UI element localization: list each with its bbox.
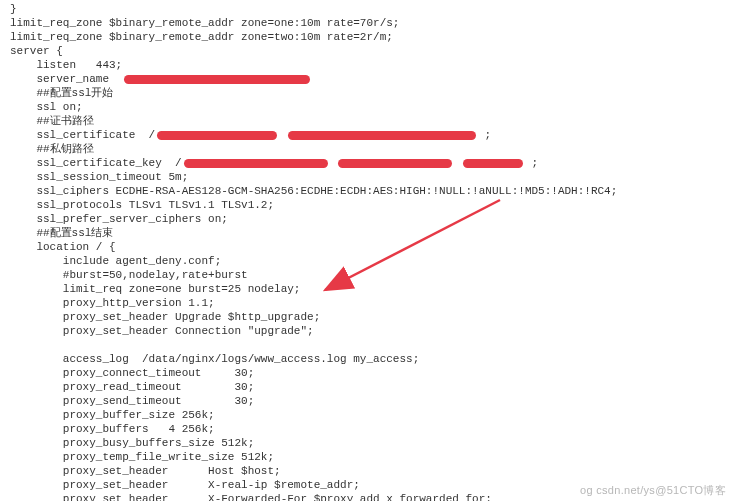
code-text: limit_req_zone $binary_remote_addr zone=… <box>10 31 393 43</box>
code-text: proxy_set_header Upgrade $http_upgrade; <box>10 311 320 323</box>
code-text: access_log /data/nginx/logs/www_access.l… <box>10 353 419 365</box>
code-line: proxy_connect_timeout 30; <box>10 366 730 380</box>
code-line: proxy_set_header Connection "upgrade"; <box>10 324 730 338</box>
code-line: #burst=50,nodelay,rate+burst <box>10 268 730 282</box>
code-text: ssl_certificate / <box>10 129 155 141</box>
code-text: proxy_buffer_size 256k; <box>10 409 215 421</box>
code-text: ##私钥路径 <box>10 143 94 155</box>
code-text: ssl_prefer_server_ciphers on; <box>10 213 228 225</box>
redaction-mark <box>338 159 452 168</box>
watermark-right: @51CTO博客 <box>655 484 726 496</box>
code-text: proxy_busy_buffers_size 512k; <box>10 437 254 449</box>
code-text: ssl on; <box>10 101 83 113</box>
code-text: proxy_set_header X-real-ip $remote_addr; <box>10 479 360 491</box>
code-line: ssl_certificate_key / ; <box>10 156 730 170</box>
code-text: include agent_deny.conf; <box>10 255 221 267</box>
code-line: server_name <box>10 72 730 86</box>
code-line: ##配置ssl开始 <box>10 86 730 100</box>
code-line: ssl_certificate / ; <box>10 128 730 142</box>
code-line: ##配置ssl结束 <box>10 226 730 240</box>
watermark: og csdn.net/ys@51CTO博客 <box>580 483 726 497</box>
code-text: proxy_set_header X-Forwarded-For $proxy_… <box>10 493 492 501</box>
code-line: server { <box>10 44 730 58</box>
code-text: ssl_protocols TLSv1 TLSv1.1 TLSv1.2; <box>10 199 274 211</box>
redaction-mark <box>157 131 277 140</box>
code-line: proxy_set_header Upgrade $http_upgrade; <box>10 310 730 324</box>
code-text: limit_req zone=one burst=25 nodelay; <box>10 283 300 295</box>
redaction-mark <box>184 159 328 168</box>
code-text: listen 443; <box>10 59 122 71</box>
code-text: proxy_read_timeout 30; <box>10 381 254 393</box>
code-line: proxy_temp_file_write_size 512k; <box>10 450 730 464</box>
code-line: proxy_send_timeout 30; <box>10 394 730 408</box>
code-text: } <box>10 3 17 15</box>
code-text: proxy_temp_file_write_size 512k; <box>10 451 274 463</box>
code-line: proxy_set_header Host $host; <box>10 464 730 478</box>
code-line: include agent_deny.conf; <box>10 254 730 268</box>
code-text: proxy_set_header Connection "upgrade"; <box>10 325 314 337</box>
code-line: ##私钥路径 <box>10 142 730 156</box>
code-line: proxy_read_timeout 30; <box>10 380 730 394</box>
code-line: proxy_buffers 4 256k; <box>10 422 730 436</box>
code-text: ##配置ssl开始 <box>10 87 113 99</box>
watermark-left: og csdn.net/ys <box>580 484 655 496</box>
code-line: ##证书路径 <box>10 114 730 128</box>
code-line <box>10 338 730 352</box>
code-text: server_name <box>10 73 122 85</box>
code-text: server { <box>10 45 63 57</box>
code-text: proxy_buffers 4 256k; <box>10 423 215 435</box>
code-text: limit_req_zone $binary_remote_addr zone=… <box>10 17 399 29</box>
code-line: limit_req_zone $binary_remote_addr zone=… <box>10 16 730 30</box>
code-line: limit_req zone=one burst=25 nodelay; <box>10 282 730 296</box>
code-text: ssl_ciphers ECDHE-RSA-AES128-GCM-SHA256:… <box>10 185 617 197</box>
redaction-mark <box>463 159 523 168</box>
code-line: listen 443; <box>10 58 730 72</box>
code-line: proxy_http_version 1.1; <box>10 296 730 310</box>
code-text: proxy_http_version 1.1; <box>10 297 215 309</box>
code-text: #burst=50,nodelay,rate+burst <box>10 269 248 281</box>
code-line: ssl_protocols TLSv1 TLSv1.1 TLSv1.2; <box>10 198 730 212</box>
code-text: ##配置ssl结束 <box>10 227 113 239</box>
code-text: proxy_send_timeout 30; <box>10 395 254 407</box>
code-block: }limit_req_zone $binary_remote_addr zone… <box>10 2 730 501</box>
code-line: location / { <box>10 240 730 254</box>
code-line: ssl_prefer_server_ciphers on; <box>10 212 730 226</box>
code-text: proxy_connect_timeout 30; <box>10 367 254 379</box>
code-text: proxy_set_header Host $host; <box>10 465 281 477</box>
code-text: ##证书路径 <box>10 115 94 127</box>
redaction-mark <box>124 75 310 84</box>
code-text: ssl_certificate_key / <box>10 157 182 169</box>
code-line: ssl_session_timeout 5m; <box>10 170 730 184</box>
code-line: limit_req_zone $binary_remote_addr zone=… <box>10 30 730 44</box>
code-line: access_log /data/nginx/logs/www_access.l… <box>10 352 730 366</box>
code-line: ssl_ciphers ECDHE-RSA-AES128-GCM-SHA256:… <box>10 184 730 198</box>
code-line: ssl on; <box>10 100 730 114</box>
code-line: proxy_buffer_size 256k; <box>10 408 730 422</box>
redaction-mark <box>288 131 476 140</box>
code-line: } <box>10 2 730 16</box>
code-text: location / { <box>10 241 116 253</box>
code-line: proxy_busy_buffers_size 512k; <box>10 436 730 450</box>
code-text: ssl_session_timeout 5m; <box>10 171 188 183</box>
